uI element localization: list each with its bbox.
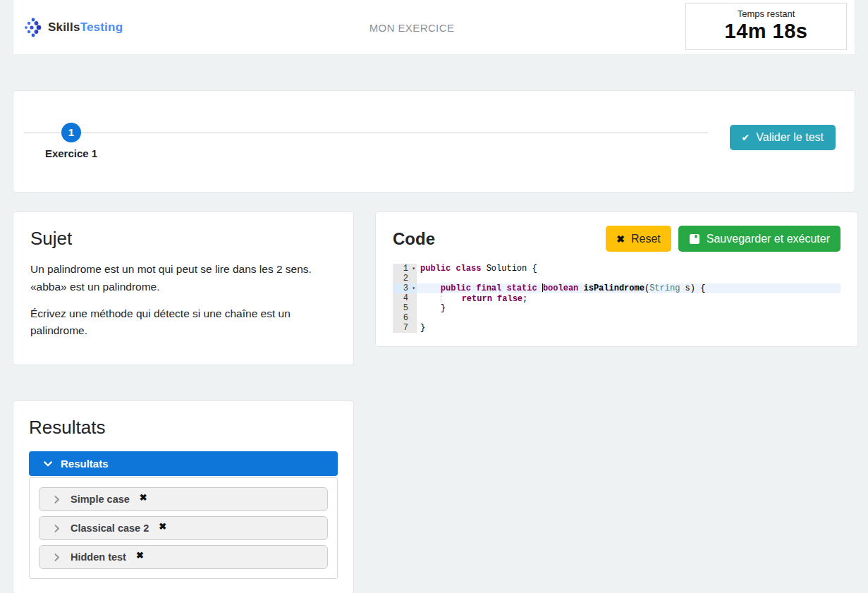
validate-test-label: Valider le test xyxy=(756,131,824,144)
code-line-text: } xyxy=(417,303,841,313)
code-title: Code xyxy=(393,229,435,249)
results-accordion-header[interactable]: Resultats xyxy=(29,451,338,476)
editor-line[interactable]: 4 return false; xyxy=(393,293,841,303)
test-status-icon: ✖ xyxy=(140,492,147,503)
editor-line[interactable]: 3▾ public final static boolean isPalindr… xyxy=(393,283,841,293)
timer-box: Temps restant 14m 18s xyxy=(685,3,847,50)
save-and-run-button[interactable]: Sauvegarder et exécuter xyxy=(678,226,841,252)
results-title: Resultats xyxy=(29,417,338,439)
test-case-name: Hidden test xyxy=(71,551,126,563)
code-line-text: return false; xyxy=(417,293,841,303)
page: SkillsTesting MON EXERCICE Temps restant… xyxy=(0,0,868,593)
step-number-badge[interactable]: 1 xyxy=(61,123,81,142)
gutter-line-number: 2 xyxy=(393,274,417,283)
save-and-run-label: Sauvegarder et exécuter xyxy=(707,233,830,245)
logo-icon xyxy=(24,17,45,38)
app-header: SkillsTesting MON EXERCICE Temps restant… xyxy=(13,0,855,55)
code-line-text: public class Solution { xyxy=(417,264,841,274)
gutter-line-number: 6 xyxy=(393,313,417,323)
step-label: Exercice 1 xyxy=(32,147,110,159)
gutter-fold-toggle[interactable]: 1▾ xyxy=(393,264,417,274)
chevron-right-icon xyxy=(52,495,61,504)
page-title: MON EXERCICE xyxy=(369,21,455,33)
chevron-down-icon xyxy=(43,459,53,469)
subject-card: Sujet Un palindrome est un mot qui peut … xyxy=(13,212,354,365)
code-card: Code ✖ Reset Sauvegarder et exécuter xyxy=(375,212,858,347)
stepper-step-1[interactable]: 1 Exercice 1 xyxy=(32,123,110,159)
logo-text: SkillsTesting xyxy=(48,20,123,35)
gutter-line-number: 7 xyxy=(393,323,417,333)
chevron-right-icon xyxy=(52,524,61,533)
subject-paragraph: Écrivez une méthode qui détecte si une c… xyxy=(30,305,336,341)
reset-label: Reset xyxy=(631,233,661,245)
test-list: Simple case✖Classical case 2✖Hidden test… xyxy=(29,477,338,579)
editor-line[interactable]: 1▾public class Solution { xyxy=(393,264,841,274)
test-status-icon: ✖ xyxy=(136,550,144,561)
code-line-text: public final static boolean isPalindrome… xyxy=(417,283,841,293)
test-case-row[interactable]: Simple case✖ xyxy=(39,487,328,511)
validate-test-button[interactable]: ✔ Valider le test xyxy=(730,125,836,150)
test-case-name: Simple case xyxy=(71,494,130,505)
results-accordion-label: Resultats xyxy=(61,458,109,470)
code-line-text xyxy=(417,313,841,323)
editor-line[interactable]: 7} xyxy=(393,323,841,333)
stepper-track xyxy=(24,133,708,133)
code-line-text xyxy=(417,274,841,283)
editor-line[interactable]: 6 xyxy=(393,313,841,323)
test-case-name: Classical case 2 xyxy=(71,522,149,534)
editor-line[interactable]: 2 xyxy=(393,274,841,283)
cross-icon: ✖ xyxy=(616,233,625,245)
test-case-row[interactable]: Hidden test✖ xyxy=(39,545,328,569)
fold-caret-icon[interactable]: ▾ xyxy=(412,283,415,293)
gutter-fold-toggle[interactable]: 3▾ xyxy=(393,283,417,293)
app-logo[interactable]: SkillsTesting xyxy=(24,17,123,38)
editor-line[interactable]: 5 } xyxy=(393,303,841,313)
chevron-right-icon xyxy=(52,553,61,562)
timer-label: Temps restant xyxy=(686,8,846,19)
gutter-line-number: 4 xyxy=(393,293,417,303)
code-editor[interactable]: 1▾public class Solution {23▾ public fina… xyxy=(393,264,841,333)
check-icon: ✔ xyxy=(742,132,750,143)
gutter-line-number: 5 xyxy=(393,303,417,313)
reset-button[interactable]: ✖ Reset xyxy=(606,226,671,252)
code-line-text: } xyxy=(417,323,841,333)
timer-value: 14m 18s xyxy=(686,20,846,43)
main-columns: Sujet Un palindrome est un mot qui peut … xyxy=(13,212,855,593)
results-card: Resultats Resultats Simple case✖Classica… xyxy=(13,401,354,593)
save-icon xyxy=(689,233,700,245)
stepper-card: 1 Exercice 1 ✔ Valider le test xyxy=(13,90,855,192)
test-status-icon: ✖ xyxy=(159,521,166,532)
fold-caret-icon[interactable]: ▾ xyxy=(412,264,415,274)
subject-title: Sujet xyxy=(30,228,336,250)
subject-paragraph: Un palindrome est un mot qui peut se lir… xyxy=(30,261,336,296)
test-case-row[interactable]: Classical case 2✖ xyxy=(39,516,328,540)
